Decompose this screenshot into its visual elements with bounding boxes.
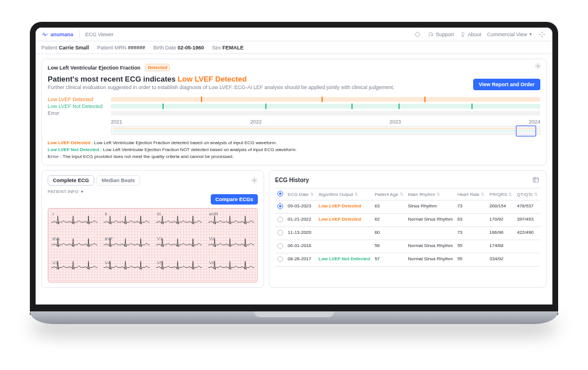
cell: 01-21-2022 (285, 214, 316, 227)
tab-complete-ecg[interactable]: Complete ECG (48, 175, 94, 186)
cell: Low LVEF Detected (316, 214, 373, 227)
legend-error-text: : The input ECG provided does not meet t… (59, 154, 234, 159)
timeline-event[interactable] (201, 97, 202, 102)
column-header[interactable]: Algorithm Output ⇅ (316, 188, 373, 201)
legend-green-title: Low LVEF Not Detected (48, 147, 99, 152)
sex-label: Sex (212, 45, 221, 51)
compare-ecgs-button[interactable]: Compare ECGs (211, 194, 258, 205)
select-all-radio[interactable] (277, 191, 283, 196)
cell: 11-13-2020 (285, 227, 316, 240)
timeline-event[interactable] (322, 97, 323, 102)
column-header[interactable]: PR/QRS ⇅ (487, 188, 514, 201)
year-tick: 2023 (389, 119, 401, 125)
cell (514, 240, 540, 253)
timeline-event[interactable] (163, 103, 164, 109)
row-radio[interactable] (277, 230, 283, 236)
patient-name: Carrie Small (59, 45, 90, 51)
view-report-button[interactable]: View Report and Order (473, 79, 540, 90)
history-title: ECG History (275, 177, 309, 183)
about-label: About (468, 32, 482, 37)
cell (514, 253, 540, 267)
table-settings-icon[interactable] (531, 175, 540, 184)
column-header[interactable]: Patient Age ⇅ (372, 188, 405, 201)
timeline-event[interactable] (471, 103, 473, 109)
ecg-waveform[interactable]: IIIIIIaVRaVLaVFV1V2V3V4V5V6 (48, 208, 258, 283)
algorithm-output: Low LVEF Detected (319, 217, 361, 222)
diagnosis-card: Low Left Ventricular Ejection Fraction D… (41, 59, 547, 165)
year-tick: 2022 (250, 119, 262, 125)
algorithm-output: Low LVEF Not Detected (319, 256, 370, 261)
column-header[interactable]: ECG Date ⇅ (285, 188, 316, 201)
cell: 55 (455, 240, 487, 253)
row-radio[interactable] (277, 256, 283, 262)
svg-point-0 (537, 65, 539, 67)
gear-icon[interactable] (535, 63, 541, 70)
column-header[interactable]: QT/QTc ⇅ (514, 188, 540, 201)
table-row[interactable]: 01-21-2022Low LVEF Detected62Normal Sinu… (275, 214, 540, 227)
tab-median-beats[interactable]: Median Beats (96, 175, 140, 186)
table-row[interactable]: 11-13-20206073186/96422/490 (275, 227, 540, 240)
cell: 478/537 (514, 201, 540, 214)
year-tick: 2021 (111, 119, 122, 125)
mrn-value: ###### (128, 45, 145, 51)
expand-icon[interactable] (537, 30, 547, 39)
gear-icon[interactable] (251, 177, 258, 184)
cell: Normal Sinus Rhythm (406, 240, 455, 253)
patient-bar: Patient Carrie Small Patient MRN ###### … (36, 41, 552, 54)
cell (316, 240, 373, 253)
notification-icon[interactable] (413, 30, 422, 39)
timeline-track[interactable] (111, 104, 540, 109)
headset-icon (428, 32, 434, 37)
row-radio[interactable] (277, 243, 283, 249)
cell: 422/490 (514, 227, 540, 240)
sex-value: FEMALE (222, 45, 243, 51)
timeline-event[interactable] (424, 97, 425, 102)
table-row[interactable]: 09-03-2023Low LVEF Detected63Sinus Rhyth… (275, 201, 540, 214)
cell (316, 227, 373, 240)
row-radio[interactable] (277, 217, 283, 222)
table-row[interactable]: 06-01-201858Normal Sinus Rhythm55174/88 (275, 240, 540, 253)
headline: Patient's most recent ECG indicates Low … (48, 75, 540, 83)
timeline-track[interactable] (111, 111, 540, 115)
timeline-event[interactable] (399, 103, 400, 109)
timeline-label: Error (48, 110, 111, 116)
cell: 63 (372, 201, 405, 214)
cell: Normal Sinus Rhythm (406, 253, 455, 267)
cell: 73 (455, 201, 487, 214)
detected-chip: Detected (145, 64, 171, 71)
timeline-window[interactable] (516, 125, 536, 137)
cell: 170/92 (487, 214, 514, 227)
cell (406, 227, 455, 240)
legend-orange-title: Low LVEF Detected (48, 140, 90, 145)
headline-accent: Low LVEF Detected (177, 75, 246, 83)
cell: 57 (372, 253, 405, 267)
patient-info-label: PATIENT INFO (48, 189, 79, 194)
app-title: ECG Viewer (86, 32, 114, 37)
timeline-scrubber[interactable] (111, 126, 540, 135)
timeline-track[interactable] (111, 97, 540, 102)
cell: 174/88 (487, 240, 514, 253)
cell: 397/493 (514, 214, 540, 227)
column-header[interactable]: Heart Rate ⇅ (455, 188, 487, 201)
column-header[interactable]: Main Rhythm ⇅ (406, 188, 455, 201)
timeline-label: Low LVEF Detected (48, 97, 111, 102)
view-mode-select[interactable]: Commercial View ▾ (487, 32, 532, 37)
support-label: Support (436, 32, 454, 37)
headline-sub: Further clinical evaluation suggested in… (48, 84, 540, 90)
legend-error-title: Error (48, 154, 59, 159)
view-mode-label: Commercial View (487, 32, 527, 37)
about-link[interactable]: About (460, 32, 482, 37)
dob-value: 02-05-1960 (177, 45, 204, 51)
cell: 63 (455, 214, 487, 227)
diagnosis-tab[interactable]: Low Left Ventricular Ejection Fraction (48, 65, 141, 71)
timeline-label: Low LVEF Not Detected (48, 103, 111, 109)
support-link[interactable]: Support (428, 32, 454, 37)
chevron-down-icon: ▾ (81, 189, 83, 194)
timeline-event[interactable] (265, 103, 266, 109)
patient-info-toggle[interactable]: PATIENT INFO ▾ (48, 189, 258, 194)
row-radio[interactable] (277, 203, 283, 209)
timeline-event[interactable] (351, 103, 353, 109)
cell: Normal Sinus Rhythm (406, 214, 455, 227)
ecg-panel: Complete ECG Median Beats PATIENT INFO ▾ (41, 170, 264, 288)
table-row[interactable]: 08-28-2017Low LVEF Not Detected57Normal … (275, 253, 540, 267)
